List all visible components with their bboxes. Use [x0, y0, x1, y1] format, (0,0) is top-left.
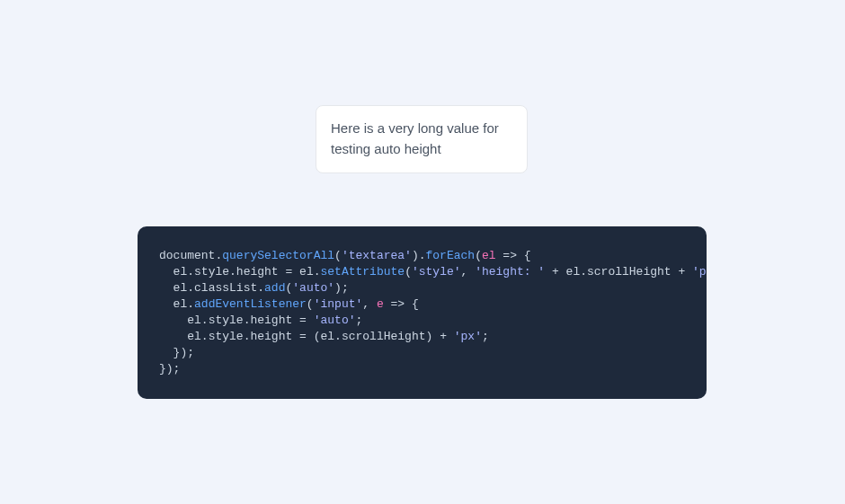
code-token: classList [194, 281, 257, 295]
code-token: el [159, 281, 187, 295]
code-token [384, 297, 391, 311]
code-token: 'textarea' [342, 249, 412, 262]
code-token: ( [405, 265, 412, 279]
code-token: 'auto' [314, 314, 356, 327]
code-line: el.style.height = 'auto'; [159, 313, 685, 329]
code-token: 'auto' [292, 281, 334, 295]
code-token: . [187, 281, 194, 295]
code-token: ; [482, 330, 489, 343]
code-token: ; [355, 314, 362, 327]
code-token: height [236, 265, 279, 279]
code-token: el [482, 249, 496, 262]
code-token: . [419, 249, 426, 262]
code-token: el [159, 265, 187, 279]
code-token: addEventListener [194, 297, 307, 311]
code-line: }); [159, 361, 685, 377]
code-token: el [159, 314, 201, 327]
code-token: , [461, 265, 476, 279]
code-token: { [517, 249, 531, 262]
code-token: }); [159, 362, 180, 376]
code-token: + [672, 265, 692, 279]
code-line: document.querySelectorAll('textarea').fo… [159, 248, 685, 264]
code-token: style [194, 265, 229, 279]
code-token: , [362, 297, 377, 311]
code-token: 'style' [412, 265, 461, 279]
code-token: setAttribute [321, 265, 405, 279]
code-token: }); [159, 346, 194, 359]
code-token: . [257, 281, 264, 295]
code-token: height [250, 314, 292, 327]
code-token: . [187, 297, 194, 311]
code-token: ) [412, 249, 419, 262]
code-token: forEach [426, 249, 476, 262]
code-token: el [299, 265, 314, 279]
code-token: el [566, 265, 581, 279]
code-line: }); [159, 345, 685, 361]
code-block: document.querySelectorAll('textarea').fo… [138, 226, 707, 399]
code-token: document [159, 249, 215, 262]
code-line: el.addEventListener('input', e => { [159, 296, 685, 313]
code-token: + [432, 330, 453, 343]
code-token: 'height: ' [475, 265, 545, 279]
code-token: . [187, 265, 194, 279]
code-token: ); [334, 281, 349, 295]
code-token: 'input' [314, 297, 363, 311]
code-token: el [159, 297, 187, 311]
code-token: . [201, 314, 209, 327]
code-token: ( [307, 297, 314, 311]
code-token: ( [475, 249, 482, 262]
code-line: el.classList.add('auto'); [159, 280, 685, 296]
code-token: . [229, 265, 236, 279]
code-token: => [503, 249, 517, 262]
code-token: scrollHeight [342, 330, 426, 343]
code-token: 'px' [692, 265, 707, 279]
code-token: { [405, 297, 419, 311]
code-token: e [377, 297, 384, 311]
code-token: style [209, 330, 244, 343]
code-token: = [292, 314, 313, 327]
code-token: height [250, 330, 292, 343]
code-token: . [314, 265, 321, 279]
code-token: + [545, 265, 565, 279]
code-token: add [264, 281, 285, 295]
textarea-wrapper [316, 105, 528, 177]
code-line: el.style.height = (el.scrollHeight) + 'p… [159, 329, 685, 345]
auto-height-textarea[interactable] [316, 105, 528, 173]
code-token: . [334, 330, 342, 343]
code-token: ( [334, 249, 342, 262]
code-token: el [320, 330, 334, 343]
code-token: el [159, 330, 201, 343]
code-token: => [391, 297, 405, 311]
code-line: el.style.height = el.setAttribute('style… [159, 264, 685, 280]
code-token: = [292, 330, 313, 343]
code-token: style [209, 314, 244, 327]
code-token: = [279, 265, 299, 279]
code-token: . [580, 265, 587, 279]
code-token: 'px' [454, 330, 482, 343]
code-token: querySelectorAll [222, 249, 334, 262]
code-token: . [201, 330, 209, 343]
code-token: scrollHeight [587, 265, 672, 279]
